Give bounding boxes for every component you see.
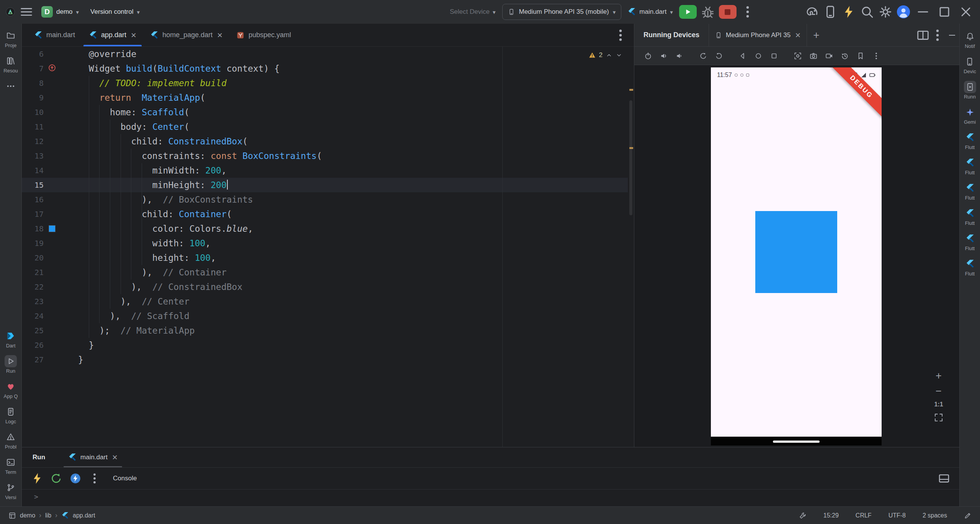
cursor-position[interactable]: 15:29 [823,512,839,519]
code-line-23[interactable]: ), // Center [78,294,634,309]
line-number[interactable]: 15 [22,178,44,192]
snapshot-icon[interactable] [854,49,867,62]
tool-stripe-dart-analysis[interactable]: Dart [5,330,17,348]
tool-stripe-app-quality-insights[interactable]: App Q [4,380,18,399]
code-line-19[interactable]: width: 100, [78,236,634,251]
code-line-14[interactable]: minWidth: 200, [78,163,634,178]
line-number[interactable]: 6 [22,47,44,61]
maximize-button[interactable] [936,4,953,20]
next-problem-icon[interactable] [616,52,622,59]
close-tab-icon[interactable]: × [131,31,136,40]
line-number[interactable]: 20 [22,251,44,265]
screenshot-icon[interactable] [791,49,805,62]
gesture-pill[interactable] [773,440,820,443]
code-line-15[interactable]: minHeight: 200 [78,178,634,192]
code-line-24[interactable]: ), // Scaffold [78,309,634,323]
file-encoding[interactable]: UTF-8 [889,512,906,519]
line-number[interactable]: 23 [22,294,44,309]
devtools-icon[interactable] [69,472,82,485]
zoom-fit-icon[interactable] [934,413,944,422]
line-number[interactable]: 14 [22,163,44,178]
tool-stripe-flutter-inspector[interactable]: Flutt [964,157,976,175]
line-number[interactable]: 18 [22,221,44,236]
editor-tab-main-dart[interactable]: main.dart [27,24,82,46]
user-avatar[interactable] [897,5,910,19]
zoom-out-button[interactable]: − [933,386,944,396]
tool-stripe-flutter-coverage[interactable]: Flutt [964,207,976,226]
previous-problem-icon[interactable] [606,52,612,59]
line-ending[interactable]: CRLF [856,512,872,519]
console-prompt[interactable]: > [34,493,38,501]
override-marker-icon[interactable] [48,64,56,72]
line-number[interactable]: 19 [22,236,44,251]
tool-stripe-device-manager[interactable]: Devic [964,56,976,74]
line-number[interactable]: 12 [22,134,44,149]
device-selector-dropdown[interactable]: Medium Phone API 35 (mobile) ▾ [502,4,621,20]
code-editor[interactable]: 6789101112131415161718192021222324252627… [22,47,634,447]
code-area[interactable]: @override Widget build(BuildContext cont… [69,47,634,447]
run-configuration-dropdown[interactable]: main.dart ▾ [625,8,675,16]
inspection-widget[interactable]: 2 [588,51,622,59]
code-line-26[interactable]: } [78,338,634,352]
warning-stripe-mark[interactable] [629,89,633,91]
panel-layout-icon[interactable] [937,472,951,485]
code-line-13[interactable]: constraints: const BoxConstraints( [78,149,634,163]
gradle-sync-icon[interactable] [805,5,819,19]
code-line-17[interactable]: child: Container( [78,207,634,221]
add-device-icon[interactable]: + [807,30,825,41]
overview-icon[interactable] [767,49,781,62]
editor-tab-home_page-dart[interactable]: home_page.dart× [143,24,229,46]
editor-gutter[interactable]: 6789101112131415161718192021222324252627 [22,47,69,447]
line-number[interactable]: 25 [22,323,44,338]
line-number[interactable]: 27 [22,352,44,367]
line-number[interactable]: 7 [22,61,44,76]
tool-stripe-flutter-deep-links[interactable]: Flutt [964,258,976,276]
more-actions-icon[interactable] [740,5,755,19]
main-menu-icon[interactable] [19,5,34,19]
debug-button[interactable] [701,5,715,19]
code-line-18[interactable]: color: Colors.blue, [78,221,634,236]
tool-stripe-terminal[interactable]: Term [5,456,17,475]
home-icon[interactable] [751,49,765,62]
editor-tab-pubspec-yaml[interactable]: pubspec.yaml [229,24,298,46]
stop-button[interactable] [719,5,737,19]
tool-stripe-problems[interactable]: Probl [5,431,17,449]
search-everywhere-icon[interactable] [860,5,874,19]
line-number[interactable]: 24 [22,309,44,323]
code-line-20[interactable]: height: 100, [78,251,634,265]
screen-record-icon[interactable] [822,49,836,62]
write-access-icon[interactable] [964,512,972,519]
console-output[interactable]: > [22,490,959,506]
code-line-27[interactable]: } [78,352,634,367]
breadcrumb-item[interactable]: demo [20,512,35,519]
device-manager-icon[interactable] [823,5,838,19]
line-number[interactable]: 26 [22,338,44,352]
close-tab-icon[interactable]: × [217,31,222,40]
split-view-icon[interactable] [916,28,930,43]
line-number[interactable]: 10 [22,105,44,120]
camera-icon[interactable] [807,49,820,62]
settings-icon[interactable] [878,5,893,19]
code-line-7[interactable]: Widget build(BuildContext context) { [78,61,634,76]
volume-down-icon[interactable] [673,49,686,62]
close-run-tab-icon[interactable]: × [112,453,118,462]
breadcrumb-item[interactable]: app.dart [73,512,95,519]
device-screen[interactable]: 11:57 3G [711,67,882,445]
version-control-menu[interactable]: Version control ▾ [87,4,144,20]
line-number[interactable]: 21 [22,265,44,280]
scrollbar-thumb[interactable] [629,100,632,215]
minimize-button[interactable] [914,4,932,20]
code-line-16[interactable]: ), // BoxConstraints [78,192,634,207]
code-line-11[interactable]: body: Center( [78,120,634,134]
hide-panel-icon[interactable] [945,28,959,43]
device-tab[interactable]: Medium Phone API 35 × [709,24,807,47]
tab-options-icon[interactable] [613,28,628,43]
tool-stripe-flutter-tools[interactable]: Flutt [964,233,976,251]
color-swatch-icon[interactable] [49,225,56,232]
reset-icon[interactable] [838,49,852,62]
power-icon[interactable] [641,49,655,62]
line-number[interactable]: 11 [22,120,44,134]
tool-stripe-flutter-performance[interactable]: Flutt [964,182,976,200]
code-line-10[interactable]: home: Scaffold( [78,105,634,120]
warning-stripe-mark[interactable] [629,147,633,149]
